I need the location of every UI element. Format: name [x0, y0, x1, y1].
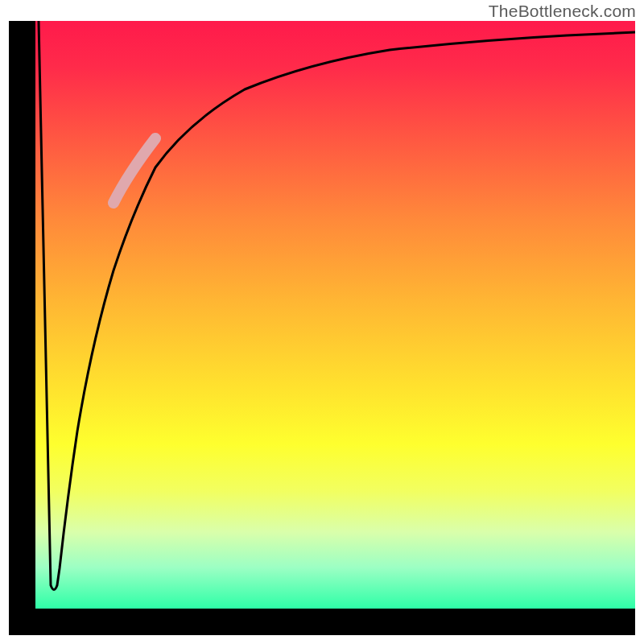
highlight-segment: [114, 138, 155, 203]
bottleneck-curve: [39, 21, 635, 590]
x-axis-bar: [9, 609, 635, 635]
y-axis-bar: [9, 21, 35, 635]
attribution-text: TheBottleneck.com: [489, 2, 636, 21]
chart-frame: [9, 21, 635, 635]
chart-svg: [35, 21, 635, 609]
